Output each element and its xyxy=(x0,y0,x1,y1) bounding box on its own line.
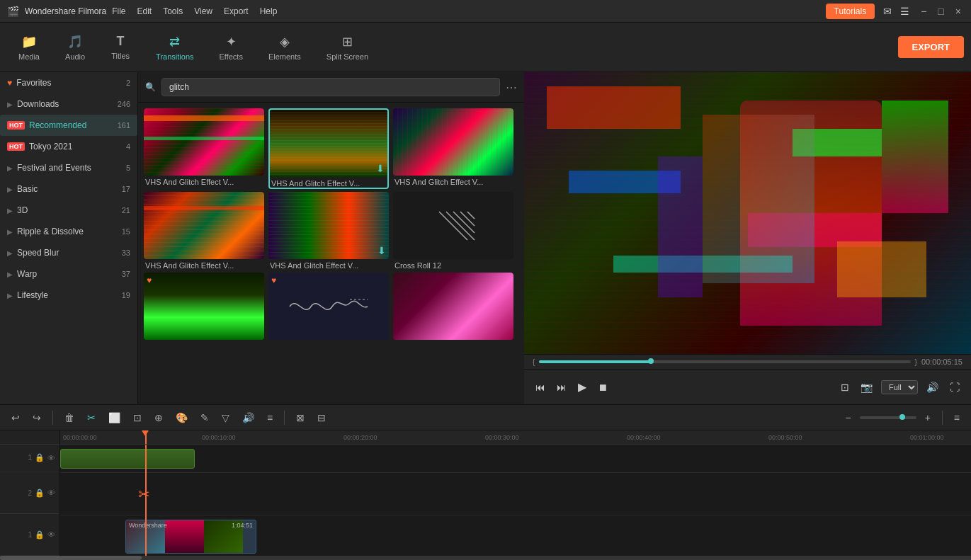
volume-button[interactable]: 🔊 xyxy=(924,379,941,396)
menu-tools[interactable]: Tools xyxy=(163,6,183,16)
arrow-icon: ▶ xyxy=(7,164,13,172)
delete-button[interactable]: 🗑 xyxy=(60,409,79,426)
zoom-out-button[interactable]: − xyxy=(841,409,855,426)
track-row-1 xyxy=(60,445,971,473)
menu-export[interactable]: Export xyxy=(224,6,249,16)
sidebar-item-lifestyle[interactable]: ▶ Lifestyle 19 xyxy=(0,285,137,306)
notification-icon[interactable]: ✉ xyxy=(883,6,892,17)
export-button[interactable]: EXPORT xyxy=(898,36,964,58)
wave-svg xyxy=(286,289,371,324)
redo-button[interactable]: ↪ xyxy=(28,409,45,426)
toolbar-effects[interactable]: ✦ Effects xyxy=(208,30,254,65)
timeline-settings-button[interactable]: ≡ xyxy=(950,409,964,426)
toolbar-media-label: Media xyxy=(18,52,40,61)
minimize-button[interactable]: − xyxy=(918,6,929,17)
pip-button[interactable]: ⊠ xyxy=(292,409,309,426)
track-rows: ✂ Wondershare 1:04:51 xyxy=(60,445,971,556)
search-input[interactable] xyxy=(161,78,500,96)
snapshot-button[interactable]: 📷 xyxy=(858,379,875,396)
toolbar-titles[interactable]: T Titles xyxy=(99,30,142,64)
list-item[interactable]: ♥ xyxy=(268,273,389,342)
subtitle-button[interactable]: ⊟ xyxy=(313,409,330,426)
grid-options-icon[interactable]: ⋯ xyxy=(506,81,517,94)
quality-select[interactable]: Full xyxy=(881,380,918,394)
eye-icon[interactable]: 👁 xyxy=(47,488,55,497)
scissors-icon: ✂ xyxy=(138,486,150,503)
close-button[interactable]: × xyxy=(953,6,964,17)
color-button[interactable]: 🎨 xyxy=(171,409,192,426)
sidebar-item-ripple[interactable]: ▶ Ripple & Dissolve 15 xyxy=(0,221,137,242)
prev-frame-button[interactable]: ⏮ xyxy=(533,379,548,396)
track-label-1: 1 🔒 👁 xyxy=(0,445,59,472)
undo-button[interactable]: ↩ xyxy=(7,409,24,426)
preview-video xyxy=(524,72,971,354)
audio-edit-button[interactable]: 🔊 xyxy=(238,409,259,426)
sidebar-item-recommended[interactable]: HOT Recommended 161 xyxy=(0,115,137,136)
adjust-button[interactable]: ▽ xyxy=(217,409,234,426)
titles-icon: T xyxy=(117,34,125,49)
toolbar-elements[interactable]: ◈ Elements xyxy=(257,30,312,65)
toolbar-audio[interactable]: 🎵 Audio xyxy=(54,30,96,65)
sidebar-item-label: 3D xyxy=(17,205,28,215)
play-button[interactable]: ▶ xyxy=(575,377,589,396)
list-item[interactable]: VHS And Glitch Effect V... xyxy=(144,108,264,189)
menu-help[interactable]: Help xyxy=(260,6,278,16)
sidebar-item-warp[interactable]: ▶ Warp 37 xyxy=(0,263,137,285)
eye-icon[interactable]: 👁 xyxy=(47,530,55,539)
maximize-button[interactable]: □ xyxy=(935,6,946,17)
list-item[interactable]: Cross Roll 12 xyxy=(393,192,513,270)
clip-time: 1:04:51 xyxy=(232,522,253,529)
list-item[interactable]: ♥ xyxy=(144,273,264,342)
svg-line-4 xyxy=(439,212,467,240)
list-icon[interactable]: ☰ xyxy=(900,6,909,17)
track-label-3: 1 🔒 👁 xyxy=(0,514,59,556)
list-item[interactable]: VHS And Glitch Effect V... xyxy=(393,108,513,189)
eye-icon[interactable]: 👁 xyxy=(47,454,55,462)
list-item[interactable]: VHS And Glitch Effect V... xyxy=(144,192,264,270)
list-item[interactable] xyxy=(393,273,513,342)
sidebar-item-3d[interactable]: ▶ 3D 21 xyxy=(0,200,137,221)
sidebar-item-festival[interactable]: ▶ Festival and Events 5 xyxy=(0,157,137,178)
sidebar-item-count: 5 xyxy=(126,164,130,172)
track-num: 1 xyxy=(28,454,32,462)
speed-button[interactable]: ≡ xyxy=(263,409,277,426)
toolbar-splitscreen[interactable]: ⊞ Split Screen xyxy=(315,30,380,65)
stop-button[interactable]: ⏹ xyxy=(595,379,611,396)
menu-view[interactable]: View xyxy=(194,6,212,16)
sidebar-item-count: 161 xyxy=(118,121,130,130)
menu-edit[interactable]: Edit xyxy=(137,6,152,16)
rotate-button[interactable]: ⊕ xyxy=(150,409,167,426)
track-row-2: ✂ xyxy=(60,473,971,515)
sidebar-item-tokyo2021[interactable]: HOT Tokyo 2021 4 xyxy=(0,136,137,157)
lock-icon[interactable]: 🔒 xyxy=(35,488,45,498)
sidebar-item-downloads[interactable]: ▶ Downloads 246 xyxy=(0,93,137,115)
left-panel: ♥ Favorites 2 ▶ Downloads 246 HOT Recomm… xyxy=(0,72,138,404)
list-item[interactable]: ⬇ VHS And Glitch Effect V... xyxy=(268,192,389,270)
zoom-fit-button[interactable]: ⊡ xyxy=(129,409,146,426)
menu-file[interactable]: File xyxy=(112,6,125,16)
edit-button[interactable]: ✎ xyxy=(196,409,213,426)
cut-button[interactable]: ✂ xyxy=(83,409,100,426)
hot-badge: HOT xyxy=(7,142,25,151)
list-item[interactable]: ⬇ VHS And Glitch Effect V... xyxy=(268,108,389,189)
sidebar-item-count: 21 xyxy=(122,206,130,215)
fit-screen-button[interactable]: ⊡ xyxy=(838,379,852,396)
scrollbar-thumb[interactable] xyxy=(0,556,142,560)
crop-button[interactable]: ⬜ xyxy=(104,409,125,426)
clip-green[interactable] xyxy=(60,449,195,469)
crossroll-svg xyxy=(425,205,482,247)
step-back-button[interactable]: ⏭ xyxy=(554,379,569,396)
lock-icon[interactable]: 🔒 xyxy=(35,453,45,462)
fullscreen-button[interactable]: ⛶ xyxy=(947,379,963,396)
tutorials-button[interactable]: Tutorials xyxy=(826,4,875,19)
sidebar-item-favorites[interactable]: ♥ Favorites 2 xyxy=(0,72,137,93)
horizontal-scrollbar[interactable] xyxy=(0,556,971,560)
toolbar-transitions[interactable]: ⇄ Transitions xyxy=(144,30,205,65)
toolbar-elements-label: Elements xyxy=(268,52,301,61)
sidebar-item-basic[interactable]: ▶ Basic 17 xyxy=(0,178,137,200)
toolbar-media[interactable]: 📁 Media xyxy=(7,30,51,65)
lock-icon[interactable]: 🔒 xyxy=(35,530,45,539)
sidebar-item-speedblur[interactable]: ▶ Speed Blur 33 xyxy=(0,242,137,263)
sidebar-item-label: Basic xyxy=(17,184,38,194)
zoom-in-button[interactable]: + xyxy=(921,409,935,426)
